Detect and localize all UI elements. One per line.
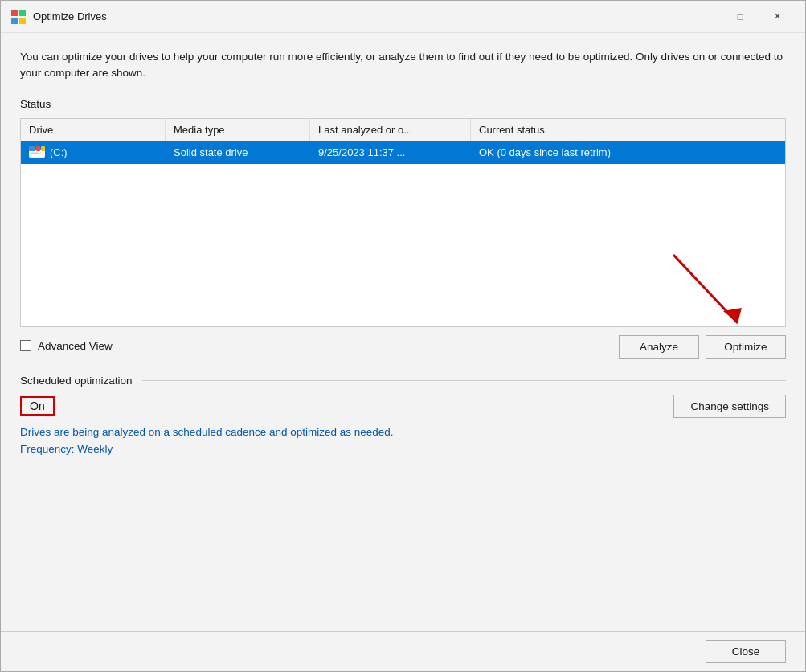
advanced-view-checkbox[interactable] [20,340,31,351]
svg-point-8 [40,152,43,155]
analyze-button[interactable]: Analyze [619,335,699,359]
scheduled-divider [142,380,786,381]
defrag-icon [11,10,26,24]
maximize-button[interactable]: □ [722,4,759,30]
description-text: You can optimize your drives to help you… [20,49,786,82]
svg-rect-6 [36,146,40,151]
col-current-status: Current status [471,119,785,141]
window-title: Optimize Drives [33,10,685,23]
scheduled-frequency: Frequency: Weekly [20,443,786,455]
optimize-button-wrapper: Optimize [706,335,786,359]
drive-table: Drive Media type Last analyzed or o... C… [20,118,786,327]
minimize-button[interactable]: — [685,4,722,30]
hdd-icon [29,146,45,159]
optimize-drives-window: Optimize Drives — □ ✕ You can optimize y… [0,0,806,672]
scheduled-description: Drives are being analyzed on a scheduled… [20,426,786,438]
spacer [20,455,786,616]
scheduled-top-row: On Change settings [20,395,786,418]
svg-rect-0 [11,10,18,16]
status-section-header: Status [20,98,786,110]
status-section-title: Status [20,98,51,110]
actions-row: Advanced View Analyze Optimize [20,334,786,359]
change-settings-button[interactable]: Change settings [673,395,786,418]
svg-rect-5 [29,146,35,151]
advanced-view-label[interactable]: Advanced View [20,340,113,352]
on-badge: On [20,396,55,416]
status-divider [60,104,786,104]
table-row[interactable]: (C:) Solid state drive 9/25/2023 11:37 .… [21,141,785,164]
col-media-type: Media type [166,119,310,141]
cell-last-analyzed: 9/25/2023 11:37 ... [310,141,471,164]
svg-rect-2 [11,18,18,24]
close-button[interactable]: Close [706,640,786,663]
svg-rect-1 [19,10,26,16]
col-last-analyzed: Last analyzed or o... [310,119,471,141]
cell-drive: (C:) [21,141,166,164]
title-controls: — □ ✕ [685,4,796,30]
table-header: Drive Media type Last analyzed or o... C… [21,119,785,141]
drive-buttons: Analyze Optimize [619,335,786,359]
cell-media-type: Solid state drive [166,141,310,164]
drive-icon [29,146,45,159]
scheduled-section-title: Scheduled optimization [20,375,133,387]
app-icon [10,9,27,25]
close-title-button[interactable]: ✕ [759,4,796,30]
on-badge-wrapper: On [20,396,61,416]
svg-rect-9 [31,152,39,154]
scheduled-section: Scheduled optimization On Change setting… [20,375,786,455]
bottom-bar: Close [1,631,805,671]
cell-current-status: OK (0 days since last retrim) [471,141,785,164]
col-drive: Drive [21,119,166,141]
title-bar: Optimize Drives — □ ✕ [1,1,805,33]
scheduled-section-header: Scheduled optimization [20,375,786,387]
svg-rect-7 [41,146,45,151]
optimize-button[interactable]: Optimize [706,335,786,359]
svg-rect-3 [19,18,26,24]
main-content: You can optimize your drives to help you… [1,33,805,631]
